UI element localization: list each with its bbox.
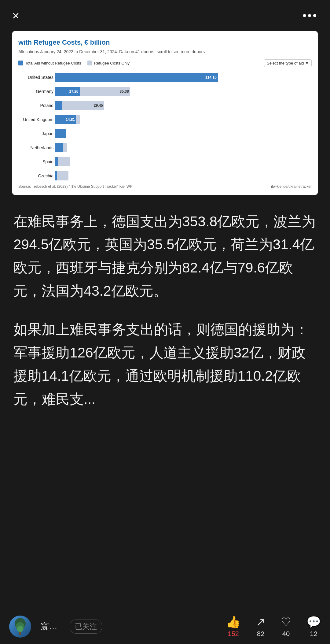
legend-item-total-aid: Total Aid without Refugee Costs (18, 61, 81, 65)
bar-value-label: 14.81 (64, 117, 75, 122)
chart-row: Germany17.2635.38 (55, 86, 312, 97)
country-label: Netherlands (18, 145, 53, 150)
country-label: Germany (18, 89, 53, 94)
bar-blue (55, 157, 58, 166)
bar-gray: 29.45 (62, 101, 104, 110)
chart-row: Spain (55, 156, 312, 167)
bar-blue: 17.26 (55, 87, 80, 96)
country-label: Japan (18, 131, 53, 136)
bar-value-label: 114.15 (204, 75, 217, 80)
close-button[interactable]: × (12, 9, 19, 22)
chart-row: United Kingdom14.81 (55, 114, 312, 125)
legend-box-blue (18, 61, 23, 65)
bar-gray-value-label: 29.45 (93, 103, 103, 108)
chart-source: Source: Trebesch et al. (2023) "The Ukra… (18, 184, 312, 189)
bar-blue (55, 129, 66, 138)
user-name[interactable]: 寰… (40, 621, 57, 632)
user-avatar[interactable] (9, 616, 31, 638)
bar-blue (55, 101, 62, 110)
svg-point-2 (17, 626, 23, 632)
bars-container (55, 170, 312, 181)
top-bar: × ••• (0, 0, 330, 31)
country-label: Poland (18, 103, 53, 108)
bars-container (55, 156, 312, 167)
avatar-image (9, 616, 31, 638)
bars-container (55, 142, 312, 153)
legend-item-refugee: Refugee Costs Only (87, 61, 130, 65)
share-icon: ↗ (256, 615, 266, 629)
bar-gray (58, 157, 69, 166)
chart-legend: Total Aid without Refugee Costs Refugee … (18, 59, 312, 67)
like-icon: 👍 (226, 615, 240, 629)
bar-gray-value-label: 35.38 (119, 89, 129, 94)
bar-value-label: 17.26 (68, 89, 79, 94)
heart-action[interactable]: ♡ 40 (281, 615, 291, 638)
bar-gray (57, 171, 68, 180)
bar-gray (63, 143, 68, 152)
bar-gray (76, 115, 80, 124)
legend-box-gray (87, 61, 92, 65)
chart-subtitle: Allocations January 24, 2022 to December… (18, 49, 312, 55)
country-label: Spain (18, 159, 53, 164)
bar-chart-area: United States114.15Germany17.2635.38Pola… (18, 72, 312, 189)
svg-rect-3 (19, 632, 21, 635)
comment-icon: 💬 (306, 615, 321, 629)
heart-count: 40 (282, 630, 290, 638)
bar-chart: United States114.15Germany17.2635.38Pola… (18, 72, 312, 181)
bottom-bar: 寰… 已关注 👍 152 ↗ 82 ♡ 40 💬 12 (0, 609, 330, 644)
bars-container (55, 128, 312, 139)
action-buttons: 👍 152 ↗ 82 ♡ 40 💬 12 (226, 615, 321, 638)
bar-blue (55, 171, 57, 180)
chart-title: with Refugee Costs, € billion (18, 39, 312, 46)
bars-container: 17.2635.38 (55, 86, 312, 97)
share-action[interactable]: ↗ 82 (256, 615, 266, 638)
chart-row: Czechia (55, 170, 312, 181)
bar-blue: 114.15 (55, 73, 218, 82)
source-link[interactable]: ifw-kiel.de/ukrainetracker (271, 184, 312, 189)
aid-type-select[interactable]: Select the type of aid ▼ (264, 59, 312, 67)
bars-container: 14.81 (55, 114, 312, 125)
chart-card: with Refugee Costs, € billion Allocation… (12, 31, 318, 195)
heart-icon: ♡ (281, 615, 291, 629)
legend-label-refugee: Refugee Costs Only (94, 61, 130, 65)
follow-button[interactable]: 已关注 (70, 620, 102, 634)
bars-container: 114.15 (55, 72, 312, 83)
bar-blue: 14.81 (55, 115, 76, 124)
country-label: Czechia (18, 173, 53, 178)
like-count: 152 (228, 630, 239, 638)
chart-row: United States114.15 (55, 72, 312, 83)
chart-row: Poland29.45 (55, 100, 312, 111)
paragraph-2: 如果加上难民事务支出的话，则德国的援助为：军事援助126亿欧元，人道主义援助32… (13, 318, 317, 411)
share-count: 82 (257, 630, 264, 638)
chart-row: Japan (55, 128, 312, 139)
bar-blue (55, 143, 63, 152)
paragraph-1: 在难民事务上，德国支出为353.8亿欧元，波兰为294.5亿欧元，英国为35.5… (13, 210, 317, 303)
bar-gray: 35.38 (80, 87, 130, 96)
bars-container: 29.45 (55, 100, 312, 111)
legend-label-total: Total Aid without Refugee Costs (25, 61, 81, 65)
more-button[interactable]: ••• (302, 9, 318, 22)
text-content: 在难民事务上，德国支出为353.8亿欧元，波兰为294.5亿欧元，英国为35.5… (0, 204, 330, 432)
country-label: United Kingdom (18, 117, 53, 122)
like-action[interactable]: 👍 152 (226, 615, 240, 638)
comment-action[interactable]: 💬 12 (306, 615, 321, 638)
source-text: Source: Trebesch et al. (2023) "The Ukra… (18, 184, 132, 189)
comment-count: 12 (310, 630, 317, 638)
chart-row: Netherlands (55, 142, 312, 153)
country-label: United States (18, 75, 53, 80)
